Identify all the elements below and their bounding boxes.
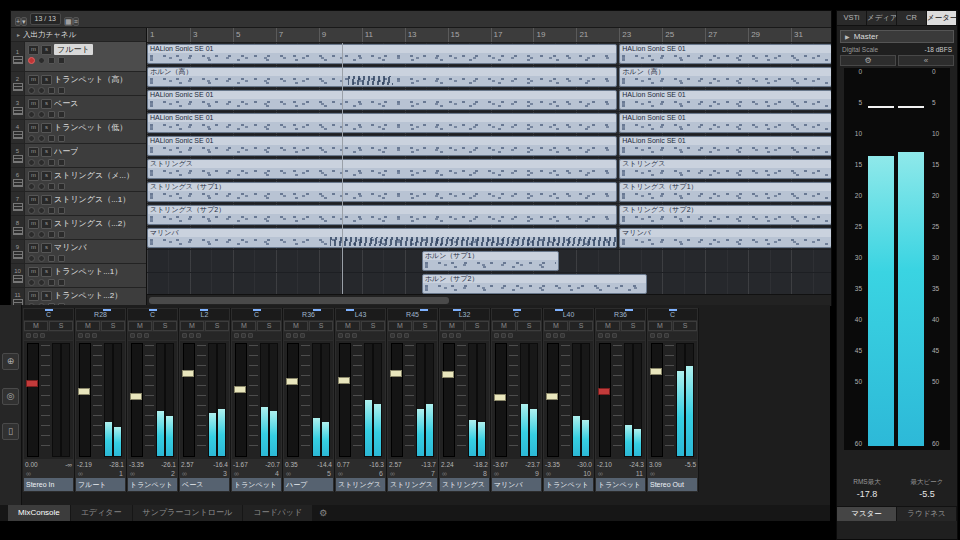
pan-control[interactable]: C: [24, 309, 73, 320]
peak-readout[interactable]: -13.7: [421, 460, 436, 469]
solo-button[interactable]: s: [41, 171, 52, 181]
solo-button[interactable]: S: [621, 321, 645, 331]
monitor-button[interactable]: [38, 135, 45, 142]
lower-zone-tab-4[interactable]: コードパッド: [243, 505, 312, 521]
right-zone-tab-2[interactable]: メディア: [867, 11, 897, 25]
midi-clip[interactable]: ストリングス: [147, 159, 617, 179]
volume-readout[interactable]: -3.67: [493, 460, 508, 469]
lower-zone-tab-3[interactable]: サンプラーコントロール: [133, 505, 243, 521]
inserts-bypass-button[interactable]: [33, 333, 38, 338]
target-icon[interactable]: ◎: [2, 388, 19, 405]
volume-readout[interactable]: -2.10: [597, 460, 612, 469]
midi-clip[interactable]: マリンバ: [147, 228, 617, 248]
mute-button[interactable]: m: [28, 243, 39, 253]
inserts-bypass-button[interactable]: [189, 333, 194, 338]
eq-bypass-button[interactable]: [456, 333, 461, 338]
volume-fader[interactable]: [235, 343, 247, 457]
volume-fader[interactable]: [547, 343, 559, 457]
mute-button[interactable]: m: [28, 219, 39, 229]
volume-fader[interactable]: [391, 343, 403, 457]
edit-button[interactable]: [26, 333, 31, 338]
track-row[interactable]: 4 m s トランペット（低）: [11, 120, 146, 144]
mute-button[interactable]: M: [596, 321, 620, 331]
volume-fader[interactable]: [651, 343, 663, 457]
pan-control[interactable]: R45: [388, 309, 437, 320]
edit-channel-button[interactable]: [48, 135, 55, 142]
solo-button[interactable]: s: [41, 195, 52, 205]
monitor-button[interactable]: [38, 111, 45, 118]
fader-handle[interactable]: [26, 380, 38, 387]
mute-button[interactable]: M: [232, 321, 256, 331]
eq-bypass-button[interactable]: [300, 333, 305, 338]
mute-button[interactable]: M: [648, 321, 672, 331]
midi-clip[interactable]: ホルン（高）: [619, 67, 831, 87]
track-name[interactable]: トランペット...1）: [54, 266, 122, 277]
edit-button[interactable]: [286, 333, 291, 338]
instrument-button[interactable]: [58, 57, 65, 64]
fader-handle[interactable]: [338, 377, 350, 384]
volume-readout[interactable]: -2.19: [77, 460, 92, 469]
instrument-button[interactable]: [58, 255, 65, 262]
volume-fader[interactable]: [79, 343, 91, 457]
mute-button[interactable]: m: [28, 99, 39, 109]
monitor-button[interactable]: [38, 87, 45, 94]
edit-button[interactable]: [650, 333, 655, 338]
mute-button[interactable]: m: [28, 291, 39, 301]
pan-control[interactable]: R36: [284, 309, 333, 320]
pan-control[interactable]: L43: [336, 309, 385, 320]
instrument-button[interactable]: [58, 87, 65, 94]
edit-button[interactable]: [338, 333, 343, 338]
volume-fader[interactable]: [27, 343, 39, 457]
track-name[interactable]: ストリングス（...2）: [54, 218, 130, 229]
edit-button[interactable]: [442, 333, 447, 338]
peak-readout[interactable]: -30.0: [577, 460, 592, 469]
instrument-button[interactable]: [58, 183, 65, 190]
gear-icon[interactable]: ⚙: [319, 508, 327, 518]
pan-control[interactable]: C: [128, 309, 177, 320]
mute-button[interactable]: M: [492, 321, 516, 331]
midi-clip[interactable]: HALion Sonic SE 01: [619, 113, 831, 133]
volume-readout[interactable]: -3.35: [545, 460, 560, 469]
volume-readout[interactable]: 2.57: [389, 460, 402, 469]
meter-reset-icon[interactable]: «: [898, 55, 954, 66]
monitor-button[interactable]: [38, 231, 45, 238]
track-row[interactable]: 6 m s ストリングス（メ...）: [11, 168, 146, 192]
midi-clip[interactable]: ホルン（高）: [147, 67, 617, 87]
midi-clip[interactable]: HALion Sonic SE 01: [147, 44, 617, 64]
record-arm-button[interactable]: [28, 207, 35, 214]
fader-handle[interactable]: [182, 370, 194, 377]
track-row[interactable]: 10 m s トランペット...1）: [11, 264, 146, 288]
channel-name[interactable]: ベース: [180, 478, 229, 491]
track-row[interactable]: 2 m s トランペット（高）: [11, 72, 146, 96]
inserts-bypass-button[interactable]: [605, 333, 610, 338]
midi-clip[interactable]: HALion Sonic SE 01: [147, 136, 617, 156]
midi-clip[interactable]: ストリングス: [619, 159, 831, 179]
pan-control[interactable]: C: [492, 309, 541, 320]
record-arm-button[interactable]: [28, 87, 35, 94]
track-name[interactable]: ハープ: [54, 146, 78, 157]
mute-button[interactable]: M: [544, 321, 568, 331]
fader-handle[interactable]: [390, 370, 402, 377]
record-arm-button[interactable]: [28, 135, 35, 142]
midi-clip[interactable]: ホルン（サブ1）: [422, 251, 560, 271]
pan-control[interactable]: L40: [544, 309, 593, 320]
record-arm-button[interactable]: [28, 111, 35, 118]
edit-channel-button[interactable]: [48, 111, 55, 118]
volume-readout[interactable]: 2.57: [181, 460, 194, 469]
track-row[interactable]: 9 m s マリンバ: [11, 240, 146, 264]
edit-channel-button[interactable]: [48, 207, 55, 214]
track-name[interactable]: トランペット（低）: [54, 122, 127, 133]
mute-button[interactable]: M: [180, 321, 204, 331]
inserts-bypass-button[interactable]: [449, 333, 454, 338]
lower-zone-tab-1[interactable]: MixConsole: [8, 505, 70, 521]
solo-button[interactable]: S: [257, 321, 281, 331]
edit-button[interactable]: [78, 333, 83, 338]
solo-button[interactable]: S: [465, 321, 489, 331]
fader-handle[interactable]: [494, 394, 506, 401]
fader-handle[interactable]: [598, 388, 610, 395]
solo-button[interactable]: S: [673, 321, 697, 331]
pan-control[interactable]: C: [232, 309, 281, 320]
volume-fader[interactable]: [131, 343, 143, 457]
solo-button[interactable]: S: [361, 321, 385, 331]
meter-mode-tab-1[interactable]: マスター: [837, 507, 897, 521]
